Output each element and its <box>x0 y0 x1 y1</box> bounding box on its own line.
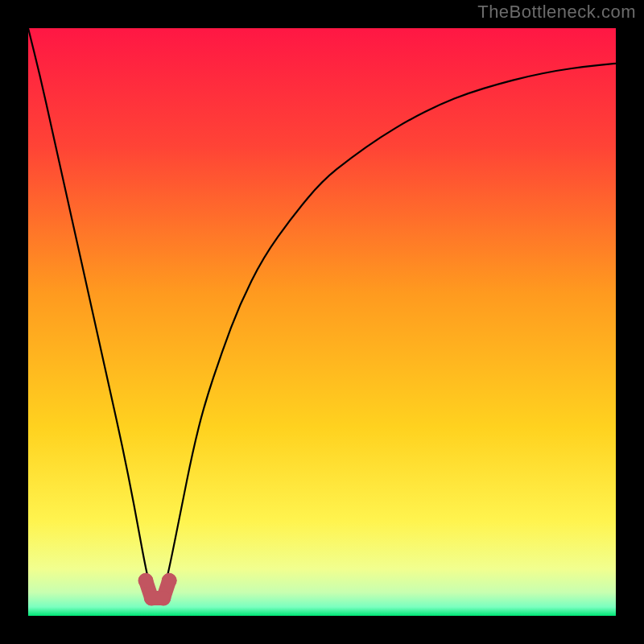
svg-point-4 <box>162 573 176 588</box>
watermark-text: TheBottleneck.com <box>477 2 636 23</box>
chart-container: TheBottleneck.com <box>0 0 644 644</box>
bottleneck-curve <box>28 28 616 616</box>
plot-area <box>28 28 616 616</box>
svg-point-3 <box>156 591 171 605</box>
svg-point-1 <box>138 573 153 588</box>
